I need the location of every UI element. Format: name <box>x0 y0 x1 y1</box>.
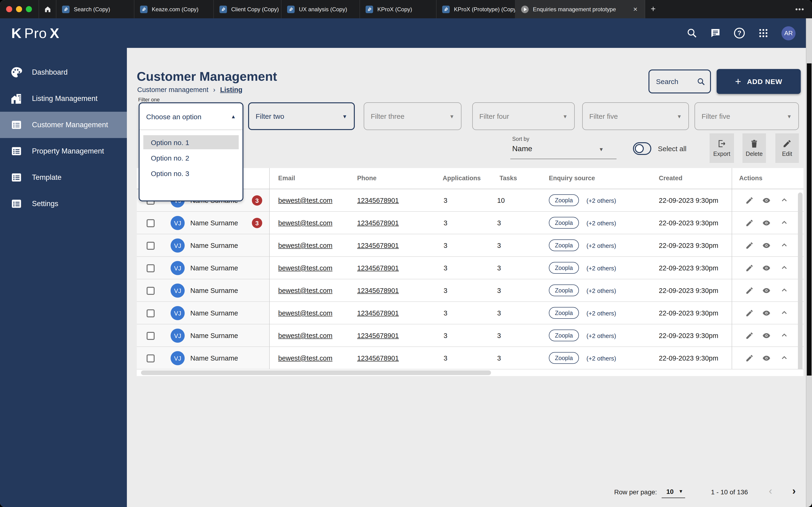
chat-icon[interactable] <box>710 28 721 39</box>
filter-two-dropdown[interactable]: Filter two ▼ <box>248 102 355 130</box>
enquiry-source-chip[interactable]: Zoopla <box>549 217 579 229</box>
customer-phone-link[interactable]: 12345678901 <box>357 257 399 279</box>
row-checkbox[interactable] <box>147 219 155 227</box>
view-row-icon[interactable] <box>762 354 771 362</box>
row-checkbox[interactable] <box>147 309 155 317</box>
add-new-button[interactable]: + ADD NEW <box>717 69 801 94</box>
collapse-row-icon[interactable] <box>780 263 789 272</box>
view-row-icon[interactable] <box>762 309 771 317</box>
zoom-window-button[interactable] <box>26 6 32 12</box>
dropdown-option-1[interactable]: Option no. 1 <box>143 135 239 149</box>
apps-grid-icon[interactable] <box>758 28 769 39</box>
filter-three-dropdown[interactable]: Filter three ▼ <box>364 102 461 130</box>
enquiry-source-others[interactable]: (+2 others) <box>587 324 616 347</box>
help-icon[interactable]: ? <box>733 27 745 39</box>
chevron-down-icon[interactable]: ▼ <box>599 147 604 152</box>
edit-row-icon[interactable] <box>745 219 754 227</box>
enquiry-source-chip[interactable]: Zoopla <box>549 330 579 341</box>
column-header-enquiry-source[interactable]: Enquiry source <box>549 175 595 182</box>
profile-avatar[interactable]: AR <box>781 26 796 40</box>
minimize-window-button[interactable] <box>16 6 22 12</box>
browser-tab-active[interactable]: Enquiries management prototype ✕ <box>515 0 645 18</box>
tab-overflow-menu-icon[interactable]: ••• <box>795 0 812 18</box>
page-scrollbar-thumb[interactable] <box>807 63 812 376</box>
table-vertical-scrollbar[interactable] <box>798 192 803 372</box>
customer-phone-link[interactable]: 12345678901 <box>357 347 399 370</box>
browser-home-button[interactable] <box>39 0 56 18</box>
sidebar-item-customer-management[interactable]: Customer Management <box>0 112 127 138</box>
sidebar-item-template[interactable]: Template <box>0 164 127 190</box>
select-all-toggle[interactable] <box>633 142 651 155</box>
row-checkbox[interactable] <box>147 287 155 294</box>
browser-tab[interactable]: Search (Copy) <box>56 0 135 18</box>
tab-close-icon[interactable]: ✕ <box>631 5 639 13</box>
close-window-button[interactable] <box>6 6 12 12</box>
page-scrollbar-track[interactable] <box>806 18 812 507</box>
enquiry-source-others[interactable]: (+2 others) <box>587 212 616 234</box>
filter-five-dropdown[interactable]: Filter five ▼ <box>582 102 689 130</box>
previous-page-icon[interactable]: ‹ <box>769 485 772 497</box>
customer-email-link[interactable]: bewest@test.com <box>278 234 333 257</box>
customer-phone-link[interactable]: 12345678901 <box>357 302 399 324</box>
customer-name[interactable]: Name Surname <box>190 279 238 302</box>
column-header-applications[interactable]: Applications <box>443 175 481 182</box>
customer-name[interactable]: Name Surname <box>190 212 238 234</box>
row-checkbox[interactable] <box>147 354 155 362</box>
view-row-icon[interactable] <box>762 219 771 227</box>
export-button[interactable]: Export <box>710 133 734 163</box>
customer-phone-link[interactable]: 12345678901 <box>357 189 399 212</box>
enquiry-source-others[interactable]: (+2 others) <box>587 279 616 302</box>
enquiry-source-chip[interactable]: Zoopla <box>549 284 579 296</box>
edit-row-icon[interactable] <box>745 196 754 205</box>
column-header-tasks[interactable]: Tasks <box>500 175 517 182</box>
edit-row-icon[interactable] <box>745 309 754 317</box>
column-header-created[interactable]: Created <box>659 175 682 182</box>
edit-row-icon[interactable] <box>745 264 754 272</box>
table-horizontal-scrollbar-track[interactable] <box>137 370 804 376</box>
search-icon[interactable] <box>687 28 697 39</box>
enquiry-source-chip[interactable]: Zoopla <box>549 262 579 274</box>
table-horizontal-scrollbar-thumb[interactable] <box>141 371 491 375</box>
customer-phone-link[interactable]: 12345678901 <box>357 324 399 347</box>
browser-tab[interactable]: UX analysis (Copy) <box>282 0 360 18</box>
filter-five-2-dropdown[interactable]: Filter five ▼ <box>695 102 799 130</box>
column-header-phone[interactable]: Phone <box>357 175 376 182</box>
customer-name[interactable]: Name Surname <box>190 234 238 257</box>
delete-button[interactable]: Delete <box>743 133 766 163</box>
edit-row-icon[interactable] <box>745 241 754 250</box>
customer-email-link[interactable]: bewest@test.com <box>278 347 333 370</box>
view-row-icon[interactable] <box>762 331 771 340</box>
customer-email-link[interactable]: bewest@test.com <box>278 212 333 234</box>
customer-email-link[interactable]: bewest@test.com <box>278 324 333 347</box>
sidebar-item-settings[interactable]: Settings <box>0 190 127 217</box>
collapse-row-icon[interactable] <box>780 353 789 362</box>
filter-one-combobox[interactable]: Choose an option ▲ <box>140 103 243 130</box>
collapse-row-icon[interactable] <box>780 241 789 249</box>
edit-row-icon[interactable] <box>745 354 754 362</box>
dropdown-option-2[interactable]: Option no. 2 <box>143 151 239 165</box>
filter-four-dropdown[interactable]: Filter four ▼ <box>472 102 575 130</box>
enquiry-source-others[interactable]: (+2 others) <box>587 257 616 279</box>
row-checkbox[interactable] <box>147 264 155 272</box>
customer-email-link[interactable]: bewest@test.com <box>278 189 333 212</box>
enquiry-source-others[interactable]: (+2 others) <box>587 234 616 257</box>
breadcrumb-parent[interactable]: Customer management <box>137 86 208 94</box>
breadcrumb-current[interactable]: Listing <box>220 86 243 94</box>
edit-row-icon[interactable] <box>745 286 754 295</box>
collapse-row-icon[interactable] <box>780 331 789 339</box>
collapse-row-icon[interactable] <box>780 286 789 294</box>
collapse-row-icon[interactable] <box>780 196 789 204</box>
edit-row-icon[interactable] <box>745 331 754 340</box>
view-row-icon[interactable] <box>762 286 771 295</box>
new-tab-button[interactable]: + <box>645 0 661 18</box>
row-checkbox[interactable] <box>147 332 155 340</box>
view-row-icon[interactable] <box>762 196 771 205</box>
column-header-email[interactable]: Email <box>278 175 295 182</box>
enquiry-source-others[interactable]: (+2 others) <box>587 302 616 324</box>
customer-name[interactable]: Name Surname <box>190 257 238 279</box>
enquiry-source-chip[interactable]: Zoopla <box>549 352 579 364</box>
customer-email-link[interactable]: bewest@test.com <box>278 257 333 279</box>
collapse-row-icon[interactable] <box>780 218 789 227</box>
edit-button[interactable]: Edit <box>775 133 799 163</box>
customer-name[interactable]: Name Surname <box>190 302 238 324</box>
